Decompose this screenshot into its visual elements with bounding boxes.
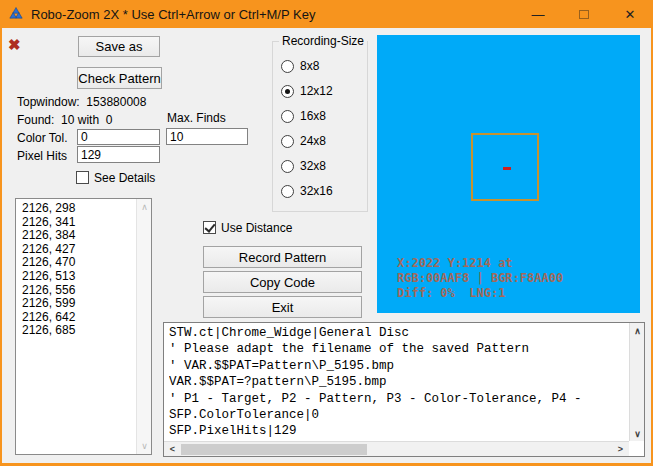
maximize-button[interactable] [561,0,607,28]
list-item[interactable]: 2126, 556 [22,284,135,298]
app-window: Robo-Zoom 2X * Use Ctrl+Arrow or Ctrl+M/… [0,0,653,466]
pixel-hits-input[interactable] [77,146,160,163]
list-item[interactable]: 2126, 513 [22,270,135,284]
code-line: ' VAR.$$PAT=Pattern\P_5195.bmp [169,358,627,374]
radio-32x16[interactable]: 32x16 [281,184,333,198]
color-tol-input[interactable] [77,129,160,145]
topwindow-status: Topwindow: 153880008 [17,95,146,109]
max-finds-input[interactable] [166,128,248,145]
delete-pattern-icon[interactable]: ✖ [8,36,21,54]
list-item[interactable]: 2126, 384 [22,229,135,243]
code-line: VAR.$$PAT=?pattern\P_5195.bmp [169,374,627,390]
code-line: ' P1 - Target, P2 - Pattern, P3 - Color-… [169,391,627,407]
list-item[interactable]: 2126, 427 [22,243,135,257]
check-pattern-button[interactable]: Check Pattern [77,67,162,89]
list-item[interactable]: 2126, 642 [22,311,135,325]
radio-24x8[interactable]: 24x8 [281,134,326,148]
window-title: Robo-Zoom 2X * Use Ctrl+Arrow or Ctrl+M/… [31,7,315,22]
found-status: Found: 10 with 0 [17,113,112,127]
code-output-box[interactable]: STW.ct|Chrome_Widge|General Disc' Please… [163,322,645,457]
scroll-up-icon[interactable]: ∧ [137,200,152,214]
radio-icon [281,110,294,123]
listbox-scrollbar[interactable]: ∧ ∨ [136,199,151,454]
see-details-label: See Details [94,171,155,185]
preview-coords-text: X:2022 Y:1214 at [397,256,513,270]
code-line: STW.ct|Chrome_Widge|General Disc [169,325,627,341]
code-horizontal-scrollbar[interactable]: < > [164,441,629,456]
color-tol-label: Color Tol. [17,131,67,145]
minimize-button[interactable]: — [515,0,561,28]
see-details-checkbox[interactable] [76,171,89,184]
code-line: SFP.ColorTolerance|0 [169,407,627,423]
radio-32x8[interactable]: 32x8 [281,159,326,173]
radio-selected-icon [281,85,294,98]
record-pattern-button[interactable]: Record Pattern [203,246,362,268]
pixel-hits-label: Pixel Hits [17,149,67,163]
code-line: SFP.PixelHits|129 [169,423,627,439]
use-distance-label: Use Distance [221,221,292,235]
preview-rgb-text: RGB:00AAF8 | BGR:F8AA00 [397,271,563,285]
recording-size-group: Recording-Size 8x8 12x12 16x8 24x8 32x8 … [272,41,368,212]
cursor-marker [503,167,511,170]
exit-button[interactable]: Exit [203,296,362,318]
list-item[interactable]: 2126, 298 [22,202,135,216]
close-button[interactable]: ✕ [607,0,653,28]
save-as-button[interactable]: Save as [78,36,160,57]
scroll-down-icon[interactable]: ∨ [630,427,645,440]
scroll-down-icon[interactable]: ∨ [137,439,152,453]
list-item[interactable]: 2126, 341 [22,216,135,230]
minimize-icon: — [532,7,545,22]
results-listbox[interactable]: 2126, 2982126, 3412126, 3842126, 4272126… [15,198,152,455]
code-vertical-scrollbar[interactable]: ∧ ∨ [629,323,644,441]
scroll-up-icon[interactable]: ∧ [630,324,645,337]
radio-16x8[interactable]: 16x8 [281,109,326,123]
radio-icon [281,160,294,173]
zoom-preview-canvas[interactable]: X:2022 Y:1214 at RGB:00AAF8 | BGR:F8AA00… [377,35,640,313]
maximize-icon [579,10,589,19]
max-finds-label: Max. Finds [167,111,226,125]
radio-icon [281,135,294,148]
radio-icon [281,60,294,73]
scroll-right-icon[interactable]: > [614,442,627,456]
close-icon: ✕ [625,7,636,22]
list-item[interactable]: 2126, 685 [22,324,135,338]
radio-12x12[interactable]: 12x12 [281,84,333,98]
recording-size-title: Recording-Size [279,34,367,48]
dialog-body: ✖ Save as Check Pattern Topwindow: 15388… [2,28,651,463]
app-icon [8,6,24,22]
scroll-left-icon[interactable]: < [166,442,179,456]
code-line: ' Please adapt the filename of the saved… [169,341,627,357]
radio-icon [281,185,294,198]
results-items: 2126, 2982126, 3412126, 3842126, 4272126… [22,202,135,452]
list-item[interactable]: 2126, 470 [22,256,135,270]
titlebar[interactable]: Robo-Zoom 2X * Use Ctrl+Arrow or Ctrl+M/… [0,0,653,28]
use-distance-checkbox[interactable] [203,221,216,234]
copy-code-button[interactable]: Copy Code [203,271,362,293]
code-text[interactable]: STW.ct|Chrome_Widge|General Disc' Please… [169,325,627,440]
radio-8x8[interactable]: 8x8 [281,59,319,73]
preview-diff-text: Diff: 0% LNG:1 [397,286,505,300]
list-item[interactable]: 2126, 599 [22,297,135,311]
scrollbar-thumb[interactable] [181,444,367,455]
